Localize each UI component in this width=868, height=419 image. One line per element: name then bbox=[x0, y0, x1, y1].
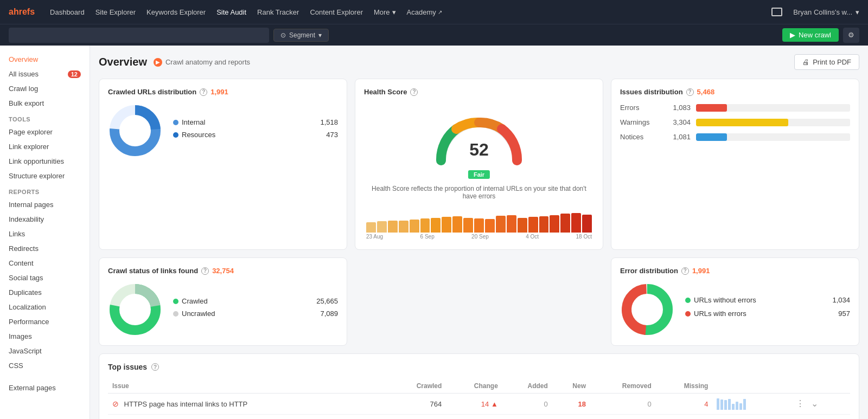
issue-change: 14 ▲ bbox=[446, 394, 502, 415]
error-distribution-title: Error distribution ? 1,991 bbox=[620, 267, 850, 275]
search-input[interactable] bbox=[9, 28, 269, 43]
user-menu[interactable]: Bryan Collins's w... ▾ bbox=[793, 8, 859, 16]
sidebar-item-crawl-log[interactable]: Crawl log bbox=[0, 81, 90, 96]
sidebar-item-performance[interactable]: Performance bbox=[0, 314, 90, 329]
issues-distribution-info-icon[interactable]: ? bbox=[686, 88, 694, 96]
sidebar-item-all-issues[interactable]: All issues 12 bbox=[0, 67, 90, 81]
top-issues-card: Top issues ? Issue Crawled Change Added … bbox=[99, 353, 859, 419]
crawled-urls-info-icon[interactable]: ? bbox=[200, 88, 207, 96]
gear-icon: ⚙ bbox=[848, 31, 854, 39]
top-issues-info-icon[interactable]: ? bbox=[151, 363, 159, 371]
sidebar-item-links[interactable]: Links bbox=[0, 227, 90, 241]
issue-name: ⊘ HTTPS page has internal links to HTTP bbox=[108, 394, 387, 415]
legend-with-errors: URLs with errors 957 bbox=[685, 310, 850, 318]
table-row: ⊘ HTTPS page has internal links to HTTP … bbox=[108, 394, 850, 415]
warnings-bar bbox=[696, 119, 788, 126]
sidebar-item-internal-pages[interactable]: Internal pages bbox=[0, 197, 90, 212]
issue-row-actions: ⋮ ⌄ bbox=[789, 415, 850, 420]
sidebar-item-redirects[interactable]: Redirects bbox=[0, 241, 90, 256]
resources-dot bbox=[173, 132, 178, 138]
sidebar-item-javascript[interactable]: JavaScript bbox=[0, 344, 90, 358]
issue-missing: 0 bbox=[656, 415, 713, 420]
issue-sparkline bbox=[712, 415, 789, 420]
nav-site-audit[interactable]: Site Audit bbox=[216, 8, 246, 16]
sidebar-item-bulk-export[interactable]: Bulk export bbox=[0, 96, 90, 111]
sidebar-item-page-explorer[interactable]: Page explorer bbox=[0, 125, 90, 139]
issue-sparkline bbox=[712, 394, 789, 415]
issues-distribution-title: Issues distribution ? 5,468 bbox=[620, 88, 850, 96]
sidebar-item-structure-explorer[interactable]: Structure explorer bbox=[0, 169, 90, 183]
page-title: Overview bbox=[99, 56, 147, 68]
sidebar-item-content[interactable]: Content bbox=[0, 256, 90, 270]
col-removed: Removed bbox=[590, 379, 656, 394]
new-crawl-button[interactable]: ▶ New crawl bbox=[782, 28, 839, 42]
second-nav: ⊙ Segment ▾ ▶ New crawl ⚙ bbox=[0, 24, 868, 46]
row-expand-button[interactable]: ⌄ bbox=[809, 398, 820, 409]
errors-bar bbox=[696, 104, 727, 112]
col-issue: Issue bbox=[108, 379, 387, 394]
health-score-info-icon[interactable]: ? bbox=[410, 88, 418, 96]
sidebar-section-tools: Tools bbox=[0, 111, 90, 125]
crawl-status-chart: Crawled 25,665 Uncrawled 7,089 bbox=[108, 282, 338, 337]
sidebar-item-images[interactable]: Images bbox=[0, 329, 90, 344]
issue-crawled: 764 bbox=[387, 394, 446, 415]
error-distribution-card: Error distribution ? 1,991 UR bbox=[611, 257, 859, 346]
health-score-card: Health Score ? bbox=[355, 79, 603, 250]
print-button[interactable]: 🖨 Print to PDF bbox=[794, 54, 859, 70]
sidebar-item-link-explorer[interactable]: Link explorer bbox=[0, 139, 90, 154]
nav-academy[interactable]: Academy ↗ bbox=[407, 8, 442, 16]
col-change: Change bbox=[446, 379, 502, 394]
error-distribution-chart: URLs without errors 1,034 URLs with erro… bbox=[620, 282, 850, 337]
sidebar-item-link-opportunities[interactable]: Link opportunities bbox=[0, 154, 90, 169]
sidebar-item-localization[interactable]: Localization bbox=[0, 300, 90, 314]
sidebar-item-social-tags[interactable]: Social tags bbox=[0, 270, 90, 285]
issue-row-actions: ⋮ ⌄ bbox=[789, 394, 850, 415]
col-new: New bbox=[552, 379, 590, 394]
issues-table: Issue Crawled Change Added New Removed M… bbox=[108, 379, 850, 419]
issue-new: 0 bbox=[552, 415, 590, 420]
sidebar-section-external bbox=[0, 373, 90, 381]
health-score-description: Health Score reflects the proportion of … bbox=[364, 185, 594, 200]
sidebar-item-overview[interactable]: Overview bbox=[0, 52, 90, 67]
sidebar-item-external-pages[interactable]: External pages bbox=[0, 381, 90, 395]
issues-bars: Errors 1,083 Warnings 3,304 bbox=[620, 104, 850, 141]
health-score-title: Health Score ? bbox=[364, 88, 594, 96]
crawl-status-title: Crawl status of links found ? 32,754 bbox=[108, 267, 338, 275]
crawl-anatomy-button[interactable]: ▶ Crawl anatomy and reports bbox=[154, 58, 250, 67]
nav-more[interactable]: More ▾ bbox=[374, 8, 396, 16]
issue-new: 18 bbox=[552, 394, 590, 415]
cards-row-2: Crawl status of links found ? 32,754 bbox=[99, 257, 859, 346]
crawl-status-card: Crawl status of links found ? 32,754 bbox=[99, 257, 347, 346]
error-distribution-info-icon[interactable]: ? bbox=[681, 267, 689, 275]
issues-table-body: ⊘ HTTPS page has internal links to HTTP … bbox=[108, 394, 850, 420]
nav-dashboard[interactable]: Dashboard bbox=[50, 8, 85, 16]
cards-row-1: Crawled URLs distribution ? 1,991 bbox=[99, 79, 859, 250]
crawled-urls-donut bbox=[108, 104, 162, 158]
issue-removed: 0 bbox=[590, 415, 656, 420]
no-errors-dot bbox=[685, 298, 691, 303]
nav-rank-tracker[interactable]: Rank Tracker bbox=[257, 8, 299, 16]
top-issues-title: Top issues ? bbox=[108, 363, 850, 371]
crawled-urls-legend: Internal 1,518 Resources 473 bbox=[173, 118, 338, 143]
sidebar-item-duplicates[interactable]: Duplicates bbox=[0, 285, 90, 300]
issue-name: ⊘ Canonical URL has no incoming internal… bbox=[108, 415, 387, 420]
settings-button[interactable]: ⚙ bbox=[843, 28, 859, 43]
issue-change: 0 bbox=[446, 415, 502, 420]
sidebar-item-css[interactable]: CSS bbox=[0, 358, 90, 373]
row-more-button[interactable]: ⋮ bbox=[794, 398, 807, 409]
crawl-status-info-icon[interactable]: ? bbox=[201, 267, 209, 275]
sidebar-item-indexability[interactable]: Indexability bbox=[0, 212, 90, 227]
notices-bar bbox=[696, 133, 727, 141]
col-chart bbox=[712, 379, 789, 394]
segment-button[interactable]: ⊙ Segment ▾ bbox=[273, 29, 329, 42]
error-distribution-legend: URLs without errors 1,034 URLs with erro… bbox=[685, 296, 850, 323]
crawl-status-legend: Crawled 25,665 Uncrawled 7,089 bbox=[173, 297, 338, 322]
col-added: Added bbox=[502, 379, 552, 394]
nav-content-explorer[interactable]: Content Explorer bbox=[310, 8, 363, 16]
issues-notices-row: Notices 1,081 bbox=[620, 133, 850, 141]
issue-added: 0 bbox=[502, 415, 552, 420]
nav-keywords-explorer[interactable]: Keywords Explorer bbox=[146, 8, 206, 16]
logo: ahrefs bbox=[9, 7, 35, 17]
col-crawled: Crawled bbox=[387, 379, 446, 394]
nav-site-explorer[interactable]: Site Explorer bbox=[95, 8, 136, 16]
